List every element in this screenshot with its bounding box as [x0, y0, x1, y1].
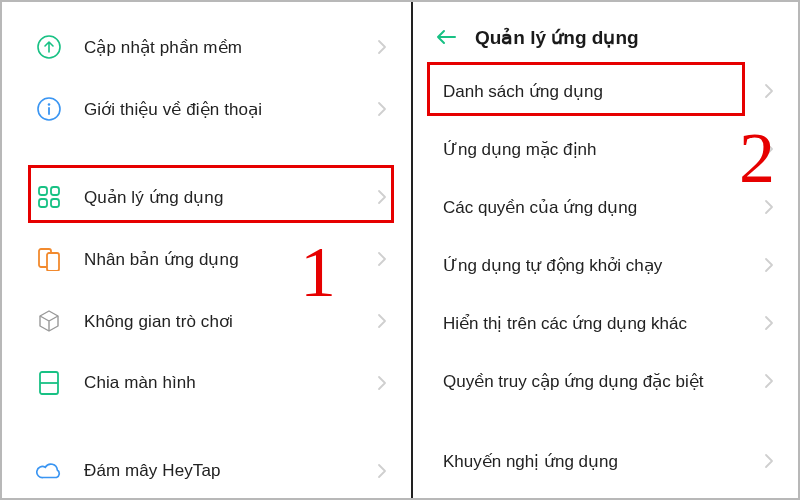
- chevron-right-icon: [764, 257, 774, 273]
- svg-point-2: [48, 103, 51, 106]
- row-label: Khuyến nghị ứng dụng: [443, 451, 764, 472]
- chevron-right-icon: [764, 141, 774, 157]
- chevron-right-icon: [764, 83, 774, 99]
- panel-title: Quản lý ứng dụng: [459, 26, 639, 49]
- row-label: Nhân bản ứng dụng: [62, 249, 377, 270]
- row-default-apps[interactable]: Ứng dụng mặc định: [413, 120, 798, 178]
- settings-panel-left: Cập nhật phần mềm Giới thiệu về điện tho…: [2, 2, 411, 498]
- svg-rect-3: [39, 187, 47, 195]
- chevron-right-icon: [377, 251, 387, 267]
- chevron-right-icon: [764, 453, 774, 469]
- row-app-list[interactable]: Danh sách ứng dụng: [413, 62, 798, 120]
- chevron-right-icon: [377, 463, 387, 479]
- row-label: Đám mây HeyTap: [62, 461, 377, 481]
- row-label: Cập nhật phần mềm: [62, 37, 377, 58]
- row-label: Danh sách ứng dụng: [443, 81, 764, 102]
- row-label: Giới thiệu về điện thoại: [62, 99, 377, 120]
- row-label: Không gian trò chơi: [62, 311, 377, 332]
- row-label: Ứng dụng tự động khởi chạy: [443, 255, 764, 276]
- row-display-over-apps[interactable]: Hiển thị trên các ứng dụng khác: [413, 294, 798, 352]
- row-game-space[interactable]: Không gian trò chơi: [2, 290, 411, 352]
- row-clone-apps[interactable]: Nhân bản ứng dụng: [2, 228, 411, 290]
- cloud-icon: [36, 458, 62, 484]
- chevron-right-icon: [377, 313, 387, 329]
- chevron-right-icon: [377, 189, 387, 205]
- row-heytap-cloud[interactable]: Đám mây HeyTap: [2, 440, 411, 500]
- chevron-right-icon: [377, 375, 387, 391]
- svg-rect-6: [51, 199, 59, 207]
- svg-rect-4: [51, 187, 59, 195]
- chevron-right-icon: [377, 101, 387, 117]
- row-software-update[interactable]: Cập nhật phần mềm: [2, 16, 411, 78]
- row-special-access[interactable]: Quyền truy cập ứng dụng đặc biệt: [413, 352, 798, 410]
- cube-icon: [36, 308, 62, 334]
- row-split-screen[interactable]: Chia màn hình: [2, 352, 411, 414]
- chevron-right-icon: [764, 373, 774, 389]
- upload-circle-icon: [36, 34, 62, 60]
- row-label: Hiển thị trên các ứng dụng khác: [443, 313, 764, 334]
- row-app-permissions[interactable]: Các quyền của ứng dụng: [413, 178, 798, 236]
- chevron-right-icon: [764, 315, 774, 331]
- row-label: Chia màn hình: [62, 373, 377, 393]
- row-app-recommendations[interactable]: Khuyến nghị ứng dụng: [413, 432, 798, 490]
- row-label: Quản lý ứng dụng: [62, 187, 377, 208]
- panel-header: Quản lý ứng dụng: [413, 12, 798, 62]
- row-label: Các quyền của ứng dụng: [443, 197, 764, 218]
- back-arrow-icon[interactable]: [433, 24, 459, 50]
- svg-rect-5: [39, 199, 47, 207]
- app-management-panel: Quản lý ứng dụng Danh sách ứng dụng Ứng …: [413, 2, 798, 498]
- row-label: Ứng dụng mặc định: [443, 139, 764, 160]
- clone-apps-icon: [36, 246, 62, 272]
- row-app-management[interactable]: Quản lý ứng dụng: [2, 166, 411, 228]
- split-screen-icon: [36, 370, 62, 396]
- apps-grid-icon: [36, 184, 62, 210]
- row-auto-launch[interactable]: Ứng dụng tự động khởi chạy: [413, 236, 798, 294]
- svg-rect-8: [47, 253, 59, 271]
- chevron-right-icon: [377, 39, 387, 55]
- chevron-right-icon: [764, 199, 774, 215]
- row-about-phone[interactable]: Giới thiệu về điện thoại: [2, 78, 411, 140]
- row-label: Quyền truy cập ứng dụng đặc biệt: [443, 371, 764, 392]
- info-circle-icon: [36, 96, 62, 122]
